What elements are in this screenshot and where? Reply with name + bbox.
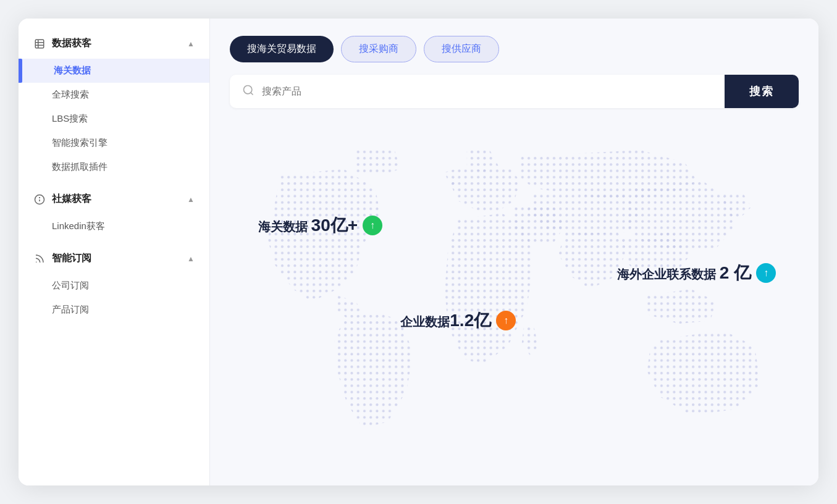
search-input[interactable] <box>262 86 712 97</box>
chevron-up-icon-data-acquisition: ▲ <box>187 40 195 48</box>
sidebar-section-smart-subscription: 智能订阅 ▲ 公司订阅 产品订阅 <box>19 246 209 324</box>
pin-overseas: ↑ <box>756 263 776 283</box>
sidebar-item-product-sub[interactable]: 产品订阅 <box>19 298 209 322</box>
svg-point-7 <box>36 261 37 262</box>
pin-customs: ↑ <box>363 216 382 235</box>
chevron-up-icon-smart-subscription: ▲ <box>187 254 195 263</box>
world-map-svg <box>230 118 799 485</box>
tab-row: 搜海关贸易数据 搜采购商 搜供应商 <box>230 36 799 62</box>
sidebar-item-company-sub[interactable]: 公司订阅 <box>19 274 209 298</box>
overseas-text: 海外企业联系数据 2 亿 <box>617 261 751 285</box>
map-label-customs: 海关数据 30亿+ ↑ <box>258 214 382 237</box>
section-title-data-acquisition: 数据获客 <box>52 37 91 50</box>
svg-point-8 <box>244 85 252 93</box>
section-title-smart-subscription: 智能订阅 <box>52 252 91 265</box>
search-button[interactable]: 搜索 <box>725 75 799 108</box>
sidebar-section-social-acquisition: 社媒获客 ▲ Linkedin获客 <box>19 187 209 241</box>
sidebar-item-global-search[interactable]: 全球搜索 <box>19 83 209 107</box>
search-icon <box>242 84 254 99</box>
tab-supplier-search[interactable]: 搜供应商 <box>424 36 499 62</box>
sidebar-section-header-smart-subscription[interactable]: 智能订阅 ▲ <box>19 246 209 271</box>
rss-icon <box>33 253 46 265</box>
map-label-overseas: 海外企业联系数据 2 亿 ↑ <box>617 261 776 285</box>
sidebar-section-header-social-acquisition[interactable]: 社媒获客 ▲ <box>19 187 209 212</box>
sidebar-item-smart-search[interactable]: 智能搜索引擎 <box>19 131 209 155</box>
map-area: 海关数据 30亿+ ↑ 企业数据1.2亿 ↑ 海外企业联系数据 2 亿 ↑ <box>230 118 799 485</box>
sidebar: 数据获客 ▲ 海关数据 全球搜索 LBS搜索 智能搜索引擎 数据抓取插件 <box>19 19 210 485</box>
chevron-up-icon-social-acquisition: ▲ <box>187 195 195 204</box>
map-label-enterprise: 企业数据1.2亿 ↑ <box>400 309 516 332</box>
search-bar: 搜索 <box>230 75 799 108</box>
info-icon <box>33 193 46 206</box>
sidebar-item-lbs-search[interactable]: LBS搜索 <box>19 107 209 131</box>
sidebar-item-customs-data[interactable]: 海关数据 <box>19 59 209 83</box>
tab-customs-trade[interactable]: 搜海关贸易数据 <box>230 36 334 62</box>
sidebar-items-social-acquisition: Linkedin获客 <box>19 212 209 241</box>
chart-icon <box>33 38 46 50</box>
customs-text: 海关数据 30亿+ <box>258 214 358 237</box>
sidebar-section-data-acquisition: 数据获客 ▲ 海关数据 全球搜索 LBS搜索 智能搜索引擎 数据抓取插件 <box>19 31 209 182</box>
sidebar-items-smart-subscription: 公司订阅 产品订阅 <box>19 271 209 324</box>
pin-enterprise: ↑ <box>496 311 516 330</box>
main-content: 搜海关贸易数据 搜采购商 搜供应商 搜索 <box>210 19 818 485</box>
tab-buyer-search[interactable]: 搜采购商 <box>341 36 416 62</box>
enterprise-text: 企业数据1.2亿 <box>400 309 491 332</box>
svg-rect-0 <box>35 40 44 48</box>
sidebar-item-data-crawl[interactable]: 数据抓取插件 <box>19 155 209 179</box>
svg-line-9 <box>251 92 253 94</box>
sidebar-item-linkedin[interactable]: Linkedin获客 <box>19 214 209 238</box>
section-title-social-acquisition: 社媒获客 <box>52 193 91 206</box>
sidebar-section-header-data-acquisition[interactable]: 数据获客 ▲ <box>19 31 209 56</box>
sidebar-items-data-acquisition: 海关数据 全球搜索 LBS搜索 智能搜索引擎 数据抓取插件 <box>19 56 209 182</box>
app-container: 数据获客 ▲ 海关数据 全球搜索 LBS搜索 智能搜索引擎 数据抓取插件 <box>19 19 818 485</box>
